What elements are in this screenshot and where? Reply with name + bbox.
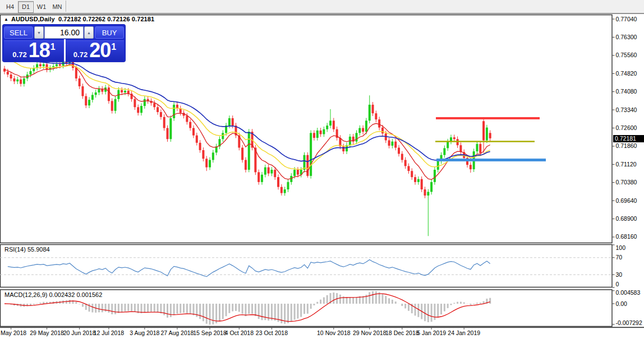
one-click-collapse-icon[interactable]: ▲ (4, 17, 8, 22)
one-click-trading-panel: SELL ▼ ▲ BUY 0.72 18 1 0.72 20 1 (3, 25, 125, 62)
svg-text:12 Jul 2018: 12 Jul 2018 (94, 329, 124, 336)
chart-title: ▲AUDUSD,Daily 0.72182 0.72262 0.72126 0.… (4, 16, 154, 22)
svg-text:27 Aug 2018: 27 Aug 2018 (160, 329, 194, 336)
svg-text:10 Nov 2018: 10 Nov 2018 (317, 329, 351, 336)
sell-price-point: 1 (50, 38, 56, 57)
volume-decrease-button[interactable]: ▼ (34, 26, 44, 39)
buy-price-pips: 20 (89, 41, 111, 60)
symbol-period-label: AUDUSD,Daily (11, 16, 55, 22)
volume-increase-button[interactable]: ▲ (84, 26, 94, 39)
moving-average-lines (4, 50, 490, 180)
chart-window: 0.770400.763000.755600.748200.740800.733… (0, 13, 644, 339)
svg-text:0.73340: 0.73340 (616, 106, 637, 113)
svg-text:0.70380: 0.70380 (616, 179, 637, 185)
timeframe-button-mn[interactable]: MN (49, 1, 65, 13)
sell-price-tile[interactable]: 0.72 18 1 (4, 40, 64, 61)
svg-text:3 Aug 2018: 3 Aug 2018 (130, 329, 159, 336)
svg-text:29 Nov 2018: 29 Nov 2018 (353, 329, 387, 336)
trading-terminal: { "toolbar": { "timeframes": [ {"label":… (0, 0, 644, 339)
buy-price-point: 1 (111, 38, 116, 57)
svg-text:18 Dec 2018: 18 Dec 2018 (385, 329, 419, 336)
chart-canvas[interactable]: 0.770400.763000.755600.748200.740800.733… (0, 13, 644, 339)
volume-input[interactable] (44, 26, 84, 39)
svg-text:0.004583: 0.004583 (616, 289, 641, 296)
date-axis[interactable]: 7 May 201829 May 201820 Jun 201812 Jul 2… (0, 328, 480, 336)
svg-text:20 Jun 2018: 20 Jun 2018 (63, 329, 96, 336)
svg-text:0.71120: 0.71120 (616, 161, 637, 168)
timeframe-button-d1[interactable]: D1 (18, 1, 34, 13)
svg-text:30: 30 (616, 271, 623, 278)
svg-text:0.74820: 0.74820 (616, 70, 637, 77)
svg-text:0.00: 0.00 (616, 300, 628, 307)
svg-text:-0.007292: -0.007292 (616, 319, 642, 326)
candlestick-chart[interactable] (3, 57, 491, 236)
toolbar-separator (66, 1, 67, 12)
sell-price-pips: 18 (29, 41, 50, 60)
rsi-line (8, 259, 490, 276)
svg-text:0.68900: 0.68900 (616, 215, 637, 222)
svg-text:70: 70 (616, 254, 623, 261)
svg-text:0.74080: 0.74080 (616, 88, 637, 95)
current-price-tag: 0.72181 (613, 135, 644, 142)
timeframe-toolbar: H4 D1 W1 MN (0, 0, 644, 13)
svg-text:0.69640: 0.69640 (616, 197, 637, 204)
svg-text:23 Oct 2018: 23 Oct 2018 (256, 329, 288, 336)
svg-text:0.76300: 0.76300 (616, 34, 637, 40)
macd-indicator-label: MACD(12,26,9) 0.002432 0.001562 (4, 291, 102, 298)
svg-text:0.72600: 0.72600 (616, 124, 637, 131)
svg-text:29 May 2018: 29 May 2018 (30, 329, 64, 336)
ohlc-values: 0.72182 0.72262 0.72126 0.72181 (58, 16, 154, 22)
buy-price-tile[interactable]: 0.72 20 1 (66, 40, 124, 61)
svg-text:0.71860: 0.71860 (616, 142, 637, 149)
svg-text:100: 100 (616, 244, 626, 251)
svg-text:0: 0 (616, 281, 619, 287)
svg-text:5 Jan 2019: 5 Jan 2019 (417, 329, 446, 336)
svg-text:0.68160: 0.68160 (616, 233, 637, 240)
timeframe-button-h4[interactable]: H4 (2, 1, 18, 13)
macd-axis[interactable]: 0.0045830.00-0.007292 (613, 289, 642, 326)
svg-text:15 Sep 2018: 15 Sep 2018 (193, 329, 227, 336)
price-axis[interactable]: 0.770400.763000.755600.748200.740800.733… (613, 16, 637, 240)
rsi-indicator-label: RSI(14) 55.9084 (4, 246, 50, 253)
svg-text:0.77040: 0.77040 (616, 16, 637, 22)
sell-button[interactable]: SELL (4, 26, 33, 39)
svg-text:7 May 2018: 7 May 2018 (0, 329, 26, 336)
svg-text:0.75560: 0.75560 (616, 52, 637, 58)
svg-text:4 Oct 2018: 4 Oct 2018 (225, 329, 254, 336)
buy-price-prefix: 0.72 (73, 45, 88, 64)
svg-text:24 Jan 2019: 24 Jan 2019 (448, 329, 480, 336)
timeframe-button-w1[interactable]: W1 (34, 1, 49, 13)
sell-price-prefix: 0.72 (12, 45, 26, 64)
buy-button[interactable]: BUY (95, 26, 124, 39)
rsi-axis[interactable]: 10070300 (613, 244, 626, 287)
